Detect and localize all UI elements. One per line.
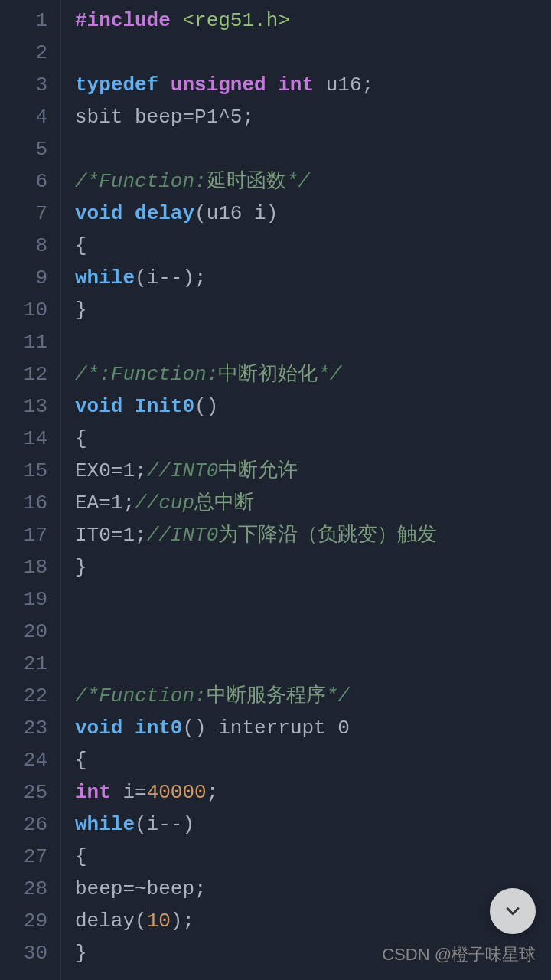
code-line: /*:Function:中断初始化*/ — [75, 358, 551, 390]
code-token: { — [75, 749, 87, 772]
code-line — [75, 133, 551, 165]
line-number: 16 — [0, 487, 47, 519]
line-number: 23 — [0, 712, 47, 744]
code-line: EA=1;//cup总中断 — [75, 487, 551, 519]
code-token: */ — [318, 363, 341, 386]
code-container: 1234567891011121314151617181920212223242… — [0, 0, 551, 980]
line-number: 5 — [0, 133, 47, 165]
code-token: beep=~beep; — [75, 877, 207, 900]
code-token — [158, 74, 171, 96]
code-token: */ — [286, 170, 310, 193]
code-token: u16; — [314, 74, 373, 96]
code-token: /*Function: — [75, 684, 207, 707]
code-line — [75, 326, 551, 358]
line-number: 7 — [0, 198, 47, 230]
code-token: } — [75, 299, 87, 322]
code-token: <reg51.h> — [182, 9, 289, 32]
code-line: void int0() interrupt 0 — [75, 712, 551, 744]
code-token: delay( — [75, 910, 147, 933]
code-token: unsigned — [171, 74, 266, 96]
code-token — [122, 717, 135, 740]
code-token: (u16 i) — [194, 202, 278, 225]
code-line: { — [75, 423, 551, 455]
line-number: 22 — [0, 680, 47, 712]
line-number: 12 — [0, 358, 47, 390]
code-token: sbit beep=P1^5; — [75, 106, 254, 129]
code-line: IT0=1;//INT0为下降沿（负跳变）触发 — [75, 519, 551, 551]
line-number: 21 — [0, 648, 47, 680]
code-token: 为下降沿（负跳变）触发 — [218, 524, 437, 547]
code-token: () interrupt 0 — [182, 717, 349, 740]
code-token: /*:Function: — [75, 363, 218, 386]
line-number: 3 — [0, 69, 47, 101]
code-line: /*Function:延时函数*/ — [75, 165, 551, 198]
line-number: 10 — [0, 294, 47, 326]
line-number: 25 — [0, 776, 47, 808]
code-line: void Init0() — [75, 390, 551, 423]
code-token — [122, 202, 135, 225]
line-number: 18 — [0, 551, 47, 583]
line-number: 26 — [0, 808, 47, 841]
code-token: } — [75, 556, 87, 579]
code-line — [75, 616, 551, 648]
code-token: delay — [135, 202, 194, 225]
code-line: { — [75, 744, 551, 776]
line-number: 11 — [0, 326, 47, 358]
code-line: while(i--) — [75, 808, 551, 841]
line-number: 17 — [0, 519, 47, 551]
line-number: 15 — [0, 455, 47, 487]
code-line: { — [75, 230, 551, 262]
code-line — [75, 648, 551, 680]
code-token: ); — [171, 910, 194, 933]
code-token: 中断服务程序 — [207, 684, 326, 707]
code-token: 中断允许 — [218, 459, 298, 482]
code-token: //INT0 — [147, 459, 219, 482]
line-number: 4 — [0, 101, 47, 133]
code-token: void — [75, 717, 122, 740]
line-number: 19 — [0, 583, 47, 616]
line-number: 20 — [0, 616, 47, 648]
code-token: */ — [326, 684, 350, 707]
scroll-down-button[interactable] — [490, 888, 536, 934]
code-token: (i--) — [135, 813, 194, 836]
code-token: EA=1; — [75, 492, 135, 514]
line-number: 6 — [0, 165, 47, 198]
code-token: int — [278, 74, 314, 96]
code-token: IT0=1; — [75, 524, 147, 547]
code-line: /*Function:中断服务程序*/ — [75, 680, 551, 712]
code-token: () — [194, 395, 218, 418]
code-token: (i--); — [135, 266, 207, 289]
code-token — [171, 9, 183, 32]
watermark: CSDN @橙子味星球 — [382, 943, 536, 966]
code-token: //INT0 — [147, 524, 219, 547]
code-line: { — [75, 841, 551, 873]
code-line — [75, 37, 551, 69]
code-token: ; — [207, 781, 219, 804]
code-token — [266, 74, 279, 96]
line-number: 28 — [0, 873, 47, 905]
code-line: typedef unsigned int u16; — [75, 69, 551, 101]
line-number: 27 — [0, 841, 47, 873]
code-token: typedef — [75, 74, 158, 96]
code-token: #include — [75, 9, 171, 32]
code-token: void — [75, 202, 122, 225]
code-line: beep=~beep; — [75, 873, 551, 905]
code-token: 10 — [147, 910, 171, 933]
code-token: i= — [111, 781, 147, 804]
code-line: EX0=1;//INT0中断允许 — [75, 455, 551, 487]
code-line — [75, 583, 551, 616]
code-token: //cup — [135, 492, 194, 514]
line-number: 2 — [0, 37, 47, 69]
code-token — [122, 395, 135, 418]
code-token: int — [75, 781, 111, 804]
line-number: 13 — [0, 390, 47, 423]
line-number: 29 — [0, 905, 47, 937]
code-line: } — [75, 551, 551, 583]
code-token: int0 — [135, 717, 182, 740]
line-number: 30 — [0, 937, 47, 969]
line-number: 24 — [0, 744, 47, 776]
code-token: while — [75, 813, 135, 836]
code-line: void delay(u16 i) — [75, 198, 551, 230]
code-token: { — [75, 234, 87, 257]
line-number: 14 — [0, 423, 47, 455]
